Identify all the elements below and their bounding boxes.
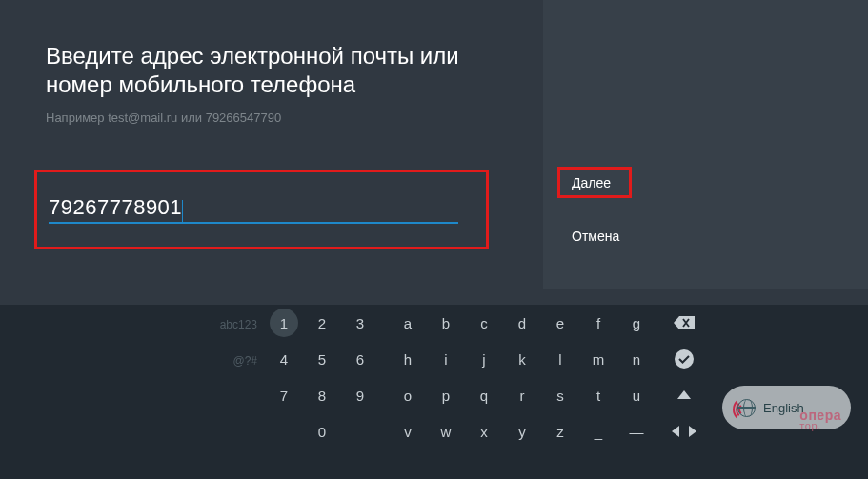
key-9[interactable]: 9 bbox=[341, 377, 379, 413]
input-hint: Например test@mail.ru или 79266547790 bbox=[46, 110, 281, 125]
keyboard-number-pad: 1 2 3 4 5 6 7 8 9 0 bbox=[265, 305, 379, 449]
key-z[interactable]: z bbox=[541, 413, 579, 449]
key-w[interactable]: w bbox=[427, 413, 465, 449]
key-n[interactable]: n bbox=[617, 341, 656, 377]
input-annotation-box: 79267778901 bbox=[34, 170, 489, 249]
key-o[interactable]: o bbox=[389, 377, 427, 413]
globe-icon bbox=[737, 399, 756, 417]
key-y[interactable]: y bbox=[503, 413, 541, 449]
key-blank-l bbox=[265, 413, 303, 449]
key-dash[interactable]: — bbox=[617, 413, 656, 449]
backspace-key[interactable] bbox=[665, 305, 703, 341]
key-1[interactable]: 1 bbox=[270, 309, 298, 337]
login-input-value: 79267778901 bbox=[49, 195, 182, 219]
login-input[interactable]: 79267778901 bbox=[49, 195, 458, 224]
key-2[interactable]: 2 bbox=[303, 305, 341, 341]
mode-label-abc123[interactable]: abc123 bbox=[191, 318, 257, 331]
key-t[interactable]: t bbox=[579, 377, 617, 413]
ok-key[interactable] bbox=[665, 341, 703, 377]
next-button[interactable]: Далее bbox=[572, 175, 611, 190]
key-m[interactable]: m bbox=[579, 341, 617, 377]
next-button-annotation: Далее bbox=[557, 167, 632, 198]
key-k[interactable]: k bbox=[503, 341, 541, 377]
key-blank-r bbox=[341, 413, 379, 449]
key-l[interactable]: l bbox=[541, 341, 579, 377]
screen: Введите адрес электронной почты или номе… bbox=[0, 0, 868, 479]
text-caret bbox=[182, 200, 183, 223]
key-6[interactable]: 6 bbox=[341, 341, 379, 377]
key-4[interactable]: 4 bbox=[265, 341, 303, 377]
key-s[interactable]: s bbox=[541, 377, 579, 413]
key-q[interactable]: q bbox=[465, 377, 503, 413]
key-r[interactable]: r bbox=[503, 377, 541, 413]
key-x[interactable]: x bbox=[465, 413, 503, 449]
key-i[interactable]: i bbox=[427, 341, 465, 377]
page-title: Введите адрес электронной почты или номе… bbox=[46, 42, 503, 99]
keyboard-letter-grid: a b c d e f g h i j k l m n o p q r bbox=[389, 305, 656, 449]
watermark-text: оператор. bbox=[799, 408, 841, 431]
keyboard-action-column bbox=[665, 305, 703, 449]
key-underscore[interactable]: _ bbox=[579, 413, 617, 449]
key-c[interactable]: c bbox=[465, 305, 503, 341]
svg-point-0 bbox=[675, 349, 694, 369]
key-7[interactable]: 7 bbox=[265, 377, 303, 413]
key-e[interactable]: e bbox=[541, 305, 579, 341]
nav-left-right-key[interactable] bbox=[665, 413, 703, 449]
language-label: English bbox=[763, 401, 804, 415]
key-b[interactable]: b bbox=[427, 305, 465, 341]
key-0[interactable]: 0 bbox=[303, 413, 341, 449]
key-d[interactable]: d bbox=[503, 305, 541, 341]
key-3[interactable]: 3 bbox=[341, 305, 379, 341]
nav-up-key[interactable] bbox=[665, 377, 703, 413]
mode-label-symbols[interactable]: @?# bbox=[191, 354, 257, 368]
onscreen-keyboard: abc123 @?# 1 2 3 4 5 6 7 8 9 0 bbox=[0, 305, 868, 479]
key-f[interactable]: f bbox=[579, 305, 617, 341]
cancel-button[interactable]: Отмена bbox=[572, 229, 619, 244]
key-g[interactable]: g bbox=[617, 305, 656, 341]
side-panel bbox=[543, 0, 868, 289]
key-p[interactable]: p bbox=[427, 377, 465, 413]
key-h[interactable]: h bbox=[389, 341, 427, 377]
key-u[interactable]: u bbox=[617, 377, 656, 413]
key-8[interactable]: 8 bbox=[303, 377, 341, 413]
key-5[interactable]: 5 bbox=[303, 341, 341, 377]
key-j[interactable]: j bbox=[465, 341, 503, 377]
key-a[interactable]: a bbox=[389, 305, 427, 341]
key-v[interactable]: v bbox=[389, 413, 427, 449]
